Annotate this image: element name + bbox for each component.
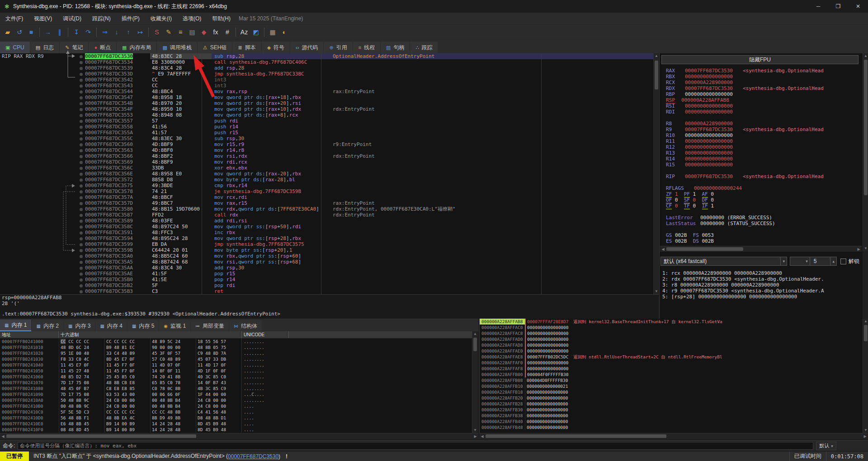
minimize-button[interactable]: ─ [808,0,828,13]
disasm-row[interactable]: 00007FF687DC357A48:8BCFmov rcx,rdi [0,194,653,200]
tab-脚本[interactable]: ≣脚本 [232,42,261,53]
flags-row[interactable]: OF 0 SF 0 DF 0 [666,197,720,203]
dump-row[interactable]: 00007FFFB0241030F8 33 C0 4C8D 45 E7 0F57… [0,356,472,362]
dump-row[interactable]: 00007FFFB02410707D 17 75 0848 8B CB E865… [0,380,472,386]
breakpoint-column[interactable] [77,106,85,112]
breakpoint-column[interactable] [77,153,85,159]
breakpoint-column[interactable] [77,247,85,253]
step-into-icon[interactable]: ↧ [71,27,82,38]
breakpoint-column[interactable] [77,265,85,271]
breakpoint-dot[interactable] [80,61,83,64]
breakpoint-column[interactable] [77,112,85,118]
trace-icon[interactable]: S [151,27,162,38]
breakpoint-column[interactable] [77,277,85,282]
stack-row[interactable]: 000000A228AFFB100000000000000021 [480,383,863,389]
dump-row[interactable]: 00007FFFB024106048 85 D2 7425 45 85 C074… [0,374,472,380]
scroll-up-icon[interactable]: ▲ [654,53,659,59]
disasm-row[interactable]: 00007FF687DC353948:83C4 28add rsp,28 [0,65,653,71]
step-down-icon[interactable]: ↓ [111,27,122,38]
disasm-row[interactable]: 00007FF687DC354F48:8950 10mov qword ptr … [0,106,653,112]
close-button[interactable]: ✕ [848,0,868,13]
registers-hscroll-thumb[interactable] [666,247,743,251]
disasm-row[interactable]: 00007FF687DC358948:03FEadd rdi,rsi [0,218,653,224]
register-row-rsp[interactable]: RSP000000A228AFFAB8 [666,97,729,103]
disasm-row[interactable]: 00007FF687DC355757push rdi [0,118,653,124]
breakpoint-dot[interactable] [80,255,83,258]
stack-hscrollbar[interactable]: ◀ ▶ [479,433,868,439]
breakpoint-column[interactable] [77,224,85,230]
dump-hscroll-thumb[interactable] [6,434,196,438]
registers-hscrollbar[interactable]: ◀ ▶ [660,246,862,252]
breakpoint-dot[interactable] [80,226,83,229]
disasm-scroll-thumb[interactable] [655,61,658,89]
register-row-r11[interactable]: R110000000000000000 [666,138,733,144]
hash-icon[interactable]: # [222,27,233,38]
disasm-row[interactable]: 00007FF687DC359148:FFC3inc rbx [0,230,653,235]
register-row-rdx[interactable]: RDX00007FF687DC3530<synthesia-dbg.Option… [666,85,824,91]
globe-icon[interactable]: ◐ [279,27,290,38]
breakpoint-column[interactable] [77,94,85,100]
disasm-row[interactable]: 00007FF687DC353D^ E9 7AFEFFFFjmp synthes… [0,71,653,77]
dump-row[interactable]: 00007FFFB02410C05F 5E 5D C3CC CC CC CCCC… [0,409,472,415]
breakpoint-dot[interactable] [80,267,83,270]
tab-日志[interactable]: ▤日志 [30,42,59,53]
breakpoint-dot[interactable] [80,173,83,176]
register-row-rbx[interactable]: RBX0000000000000000 [666,74,733,80]
stack-row[interactable]: 000000A228AFFB480000000000000000 [480,424,863,430]
disasm-row[interactable]: 00007FF687DC358C48:897C24 50mov qword pt… [0,224,653,230]
stack-row[interactable]: 000000A228AFFAF00000000000000000 [480,360,863,366]
dump-scroll-thumb[interactable] [473,338,477,351]
hide-fpu-button[interactable]: 隐藏FPU [661,55,859,64]
breakpoint-column[interactable] [77,200,85,206]
breakpoint-column[interactable] [77,53,85,59]
tab-监视 1[interactable]: ◉监视 1 [159,320,190,331]
tab-内存 3[interactable]: ▦内存 3 [64,320,95,331]
menu-item-i[interactable]: 收藏夹(I) [145,13,177,24]
disasm-row[interactable]: 00007FF687DC3587FFD2call rdxrdx:EntryPoi… [0,212,653,218]
breakpoint-column[interactable] [77,147,85,153]
disasm-scrollbar[interactable]: ▲ ▼ [653,53,659,294]
disasm-row[interactable]: 00007FF687DC35B3C3ret [0,288,653,294]
dump-row[interactable]: 00007FFFB02410B000 48 8B 9C24 C0 00 0000… [0,403,472,409]
menu-item-o[interactable]: 选项(O) [177,13,207,24]
breakpoint-dot[interactable] [80,67,83,70]
register-row-rbp[interactable]: RBP0000000000000000 [666,91,733,97]
call-argument[interactable]: 3: r8 000000A228900000 000000A228900000 [662,282,861,288]
breakpoint-dot[interactable] [80,196,83,199]
stack-row[interactable]: 000000A228AFFAD80000000000000000 [480,342,863,348]
tab-线程[interactable]: ≡线程 [353,42,380,53]
disasm-row[interactable]: 00007FF687DC3599EB DAjmp synthesia-dbg.7… [0,241,653,247]
disasm-row[interactable]: 00007FF687DC35604D:8BF9mov r15,r9r9:Entr… [0,141,653,147]
dump-row[interactable]: 00007FFFB0241000CC CC CC CCCC CC CC CC48… [0,339,472,344]
stack-row[interactable]: 000000A228AFFB00000004F0FFFFFB30 [480,372,863,377]
memory-chip-icon[interactable]: ▦ [267,27,278,38]
breakpoint-dot[interactable] [80,249,83,252]
menu-item-p[interactable]: 插件(P) [116,13,145,24]
disasm-row[interactable]: 00007FF687DC35634D:8BF0mov r14,r8 [0,147,653,153]
breakpoint-dot[interactable] [80,161,83,164]
breakpoint-dot[interactable] [80,278,83,282]
breakpoint-dot[interactable] [80,290,83,293]
breakpoint-column[interactable] [77,183,85,188]
breakpoint-column[interactable] [77,259,85,265]
breakpoint-dot[interactable] [80,120,83,123]
breakpoint-dot[interactable] [80,85,83,88]
pages-icon[interactable]: ▤ [187,27,198,38]
register-row-r8[interactable]: R8000000A228900000 [666,121,733,127]
breakpoint-column[interactable] [77,159,85,165]
disasm-row[interactable]: 00007FF687DC359448:895C24 28mov qword pt… [0,235,653,241]
tab-内存 5[interactable]: ▦内存 5 [127,320,159,331]
breakpoint-column[interactable] [77,118,85,124]
breakpoint-dot[interactable] [80,73,83,76]
breakpoint-dot[interactable] [80,167,83,170]
register-row-r12[interactable]: R120000000000000000 [666,144,733,150]
disasm-row[interactable]: 00007FF687DC356948:8BF9mov rdi,rcx [0,159,653,165]
breakpoint-dot[interactable] [80,214,83,217]
breakpoint-column[interactable] [77,89,85,94]
fx-icon[interactable]: fx [210,27,221,38]
register-row-r10[interactable]: R100000000000000000 [666,132,733,138]
register-row-rsi[interactable]: RSI0000000000000000 [666,103,733,109]
breakpoint-dot[interactable] [80,108,83,111]
breakpoint-column[interactable] [77,230,85,235]
restart-icon[interactable]: ↺ [14,27,25,38]
